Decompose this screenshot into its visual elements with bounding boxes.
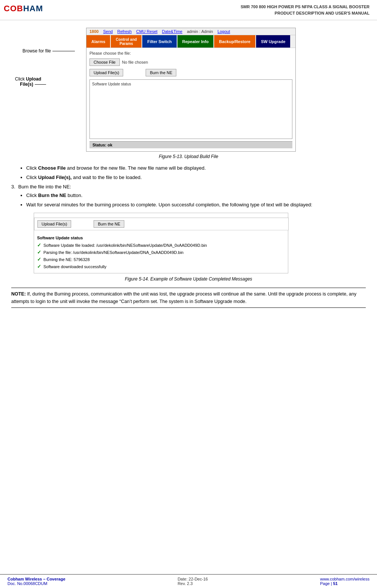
update-item-3: ✓ Burning the NE: 5796328 bbox=[37, 257, 285, 262]
update-item-1: ✓ Software Update file loaded: /usr/deko… bbox=[37, 242, 285, 248]
page-footer: Cobham Wireless – Coverage Doc. No.00068… bbox=[0, 574, 377, 588]
bullet-list-1: Click Choose File and browse for the new… bbox=[26, 164, 366, 181]
bullet-list-2: Click Burn the NE button. Wait for sever… bbox=[26, 192, 366, 208]
burn-ne-button-1[interactable]: Burn the NE bbox=[146, 69, 176, 76]
device-body: Please choose the file: Choose File No f… bbox=[86, 48, 295, 151]
upload-burn-row-2: Upload File(s) Burn the NE bbox=[34, 218, 289, 230]
device-nav: Alarms Control andParams Filter Switch R… bbox=[86, 35, 295, 48]
footer-date-rev: Date: 22-Dec-16 Rev. 2.3 bbox=[177, 577, 208, 586]
figure-14-caption: Figure 5-14. Example of Software Update … bbox=[11, 276, 366, 282]
figure-13-caption: Figure 5-13. Upload Build File bbox=[11, 154, 366, 159]
nav-control-params[interactable]: Control andParams bbox=[111, 35, 142, 48]
update-text-1: Software Update file loaded: /usr/dekoli… bbox=[43, 243, 207, 248]
choose-file-label: Please choose the file: bbox=[89, 51, 131, 55]
choose-file-button[interactable]: Choose File bbox=[89, 58, 120, 66]
update-item-4: ✓ Software downloaded successfully bbox=[37, 264, 285, 269]
bullet-upload-files: Click Upload File(s), and wait to the fi… bbox=[26, 174, 366, 181]
update-item-2: ✓ Parsing the file: /usr/dekolink/bin/NE… bbox=[37, 249, 285, 255]
upload-files-button-1[interactable]: Upload File(s) bbox=[89, 69, 123, 76]
refresh-link[interactable]: Refresh bbox=[117, 29, 132, 34]
note-box: NOTE: If, during the Burning process, co… bbox=[11, 288, 366, 308]
logo-co: COB bbox=[4, 4, 23, 13]
software-status-box: Software Update status bbox=[89, 79, 292, 139]
check-icon-4: ✓ bbox=[37, 264, 41, 269]
document-title: SMR 700 800 HIGH POWER PS NFPA CLASS A S… bbox=[241, 4, 370, 16]
check-icon-2: ✓ bbox=[37, 249, 41, 255]
status-label: Status: bbox=[92, 143, 106, 147]
footer-company: Cobham Wireless – Coverage Doc. No.00068… bbox=[7, 577, 66, 586]
upload-burn-row: Upload File(s) Burn the NE bbox=[89, 69, 292, 76]
software-update-title: Software Update status bbox=[37, 236, 285, 240]
software-update-section: Software Update status ✓ Software Update… bbox=[34, 233, 288, 273]
check-icon-1: ✓ bbox=[37, 242, 41, 248]
page-header: COBHAM SMR 700 800 HIGH POWER PS NFPA CL… bbox=[0, 0, 377, 20]
upload-annotation: Click Upload File(s) bbox=[15, 76, 46, 87]
bullet-wait-burning: Wait for several minutes for the burning… bbox=[26, 201, 366, 209]
nav-backup-restore[interactable]: Backup/Restore bbox=[214, 35, 255, 48]
device-ui-1: 1800 Send Refresh CMU Reset Date&Time ad… bbox=[86, 28, 296, 152]
nav-alarms[interactable]: Alarms bbox=[86, 35, 110, 48]
burn-ne-button-2[interactable]: Burn the NE bbox=[94, 220, 124, 228]
nav-sw-upgrade[interactable]: SW Upgrade bbox=[256, 35, 290, 48]
main-content: Browse for file Click Upload File(s) 180… bbox=[0, 20, 377, 323]
nav-repeater-info[interactable]: Repeater Info bbox=[177, 35, 213, 48]
choose-file-row: Please choose the file: bbox=[89, 51, 292, 55]
footer-doc: Doc. No.00068CDUM bbox=[7, 581, 66, 586]
update-text-3: Burning the NE: 5796328 bbox=[43, 257, 90, 262]
admin-info: admin : Admin bbox=[187, 29, 213, 34]
nav-filter-switch[interactable]: Filter Switch bbox=[142, 35, 176, 48]
date-time-link[interactable]: Date&Time bbox=[162, 29, 183, 34]
bullet-choose-file: Click Choose File and browse for the new… bbox=[26, 164, 366, 172]
check-icon-3: ✓ bbox=[37, 257, 41, 262]
bullet-burn-ne: Click Burn the NE button. bbox=[26, 192, 366, 199]
note-text: If, during the Burning process, communic… bbox=[11, 291, 356, 304]
section-3-number: 3. bbox=[11, 184, 15, 190]
section-3: 3. Burn the file into the NE: bbox=[11, 184, 366, 190]
logo-bham: HAM bbox=[23, 4, 43, 13]
device-topbar: 1800 Send Refresh CMU Reset Date&Time ad… bbox=[86, 28, 295, 35]
software-status-legend: Software Update status bbox=[92, 82, 290, 86]
no-file-text: No file chosen bbox=[122, 60, 148, 64]
update-text-4: Software downloaded successfully bbox=[43, 264, 106, 269]
logo: COBHAM bbox=[4, 4, 43, 13]
logout-link[interactable]: Logout bbox=[218, 29, 230, 34]
file-input-row: Choose File No file chosen bbox=[89, 58, 292, 66]
update-text-2: Parsing the file: /usr/dekolink/bin/NESo… bbox=[43, 250, 183, 255]
send-link[interactable]: Send bbox=[103, 29, 113, 34]
footer-website-page: www.cobham.com/wireless Page | 51 bbox=[320, 577, 370, 586]
section-3-text: Burn the file into the NE: bbox=[18, 184, 71, 190]
device-ui-2: Upload File(s) Burn the NE Software Upda… bbox=[34, 213, 288, 273]
upload-files-button-2[interactable]: Upload File(s) bbox=[37, 220, 71, 228]
status-value: ok bbox=[107, 143, 112, 147]
cmu-reset-link[interactable]: CMU Reset bbox=[136, 29, 158, 34]
note-prefix: NOTE: bbox=[11, 291, 26, 297]
model-number: 1800 bbox=[89, 29, 98, 34]
browse-annotation: Browse for file bbox=[22, 48, 75, 54]
status-bar: Status: ok bbox=[89, 141, 292, 148]
status-area bbox=[92, 88, 290, 136]
